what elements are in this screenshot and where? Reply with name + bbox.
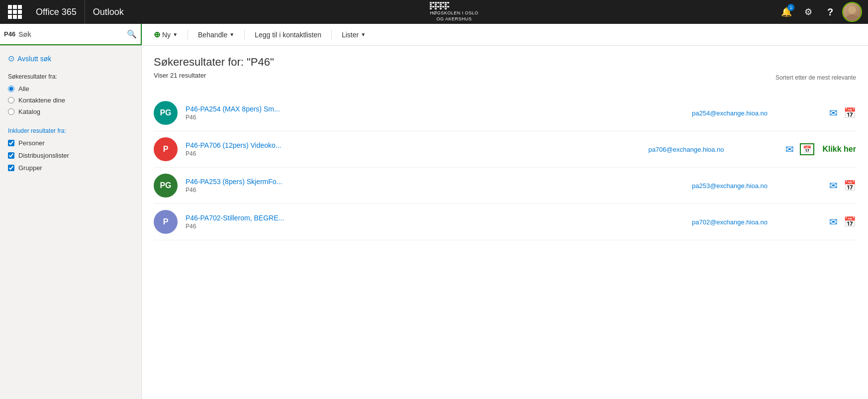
result-sub: P46 xyxy=(186,187,684,194)
result-list: PG P46-PA254 (MAX 8pers) Sm... P46 pa254… xyxy=(154,95,856,240)
search-results-content: Søkeresultater for: "P46" Viser 21 resul… xyxy=(142,46,868,399)
result-name[interactable]: P46-PA254 (MAX 8pers) Sm... xyxy=(186,105,684,113)
sort-label: Sortert etter de mest relevante xyxy=(775,74,856,81)
calendar-icon[interactable]: 📅 xyxy=(844,216,856,228)
main-layout: ⊙ Avslutt søk Søkeresultater fra: Alle K… xyxy=(0,46,868,399)
search-box[interactable]: P46 🔍 xyxy=(0,24,142,45)
result-sub: P46 xyxy=(186,114,684,121)
result-name[interactable]: P46-PA706 (12pers) Videoko... xyxy=(186,141,640,149)
filter-kontaktene-label: Kontaktene dine xyxy=(18,97,65,104)
filter-section-title: Søkeresultater fra: xyxy=(8,73,133,80)
include-personer-label: Personer xyxy=(18,139,45,147)
sidebar: ⊙ Avslutt søk Søkeresultater fra: Alle K… xyxy=(0,46,142,399)
result-name[interactable]: P46-PA253 (8pers) SkjermFo... xyxy=(186,178,684,186)
include-filter-group: Personer Distribusjonslister Grupper xyxy=(8,139,133,172)
avatar: PG xyxy=(154,174,178,198)
source-filter-group: Alle Kontaktene dine Katalog xyxy=(8,85,133,115)
lister-label: Lister xyxy=(342,31,359,39)
gear-icon: ⚙ xyxy=(804,6,812,17)
send-email-icon[interactable]: ✉ xyxy=(829,180,838,192)
klikk-her-label: Klikk her xyxy=(822,145,856,154)
search-input[interactable] xyxy=(18,30,124,38)
top-nav-actions: 🔔 1 ⚙ ? xyxy=(776,2,862,22)
include-distribusjonslister[interactable]: Distribusjonslister xyxy=(8,152,133,159)
university-logo: HØGSKOLEN I OSLO OG AKERSHUS xyxy=(430,2,479,22)
back-arrow-icon: ⊙ xyxy=(8,54,14,63)
result-info: P46-PA702-Stillerom, BEGRE... P46 xyxy=(186,214,684,230)
result-sub: P46 xyxy=(186,150,640,157)
new-button[interactable]: ⊕ Ny ▼ xyxy=(150,24,182,45)
result-info: P46-PA254 (MAX 8pers) Sm... P46 xyxy=(186,105,684,121)
filter-alle[interactable]: Alle xyxy=(8,85,133,93)
waffle-button[interactable] xyxy=(6,3,24,21)
filter-kontaktene[interactable]: Kontaktene dine xyxy=(8,97,133,104)
toolbar: P46 🔍 ⊕ Ny ▼ Behandle ▼ Legg til i konta… xyxy=(0,24,868,46)
result-email[interactable]: pa253@exchange.hioa.no xyxy=(692,182,821,190)
back-to-search-button[interactable]: ⊙ Avslutt søk xyxy=(8,54,133,63)
avatar-initials: PG xyxy=(160,181,171,190)
calendar-icon[interactable]: 📅 xyxy=(844,180,856,192)
avatar: P xyxy=(154,210,178,234)
send-email-icon[interactable]: ✉ xyxy=(829,107,838,119)
new-dropdown-icon[interactable]: ▼ xyxy=(173,32,178,37)
table-row: P P46-PA706 (12pers) Videoko... P46 pa70… xyxy=(154,131,856,168)
include-personer[interactable]: Personer xyxy=(8,139,133,147)
behandle-dropdown-icon[interactable]: ▼ xyxy=(229,32,234,37)
settings-button[interactable]: ⚙ xyxy=(798,2,818,22)
include-grupper-label: Grupper xyxy=(18,164,42,172)
filter-kontaktene-radio[interactable] xyxy=(8,97,14,103)
question-icon: ? xyxy=(827,6,833,18)
result-actions: ✉ 📅 Klikk her xyxy=(785,143,856,155)
office-365-link[interactable]: Office 365 xyxy=(28,0,85,24)
calendar-icon[interactable]: 📅 xyxy=(844,107,856,119)
avatar-initials: P xyxy=(163,217,169,226)
avatar-initials: P xyxy=(163,145,169,154)
send-email-icon[interactable]: ✉ xyxy=(829,216,838,228)
search-results-title: Søkeresultater for: "P46" xyxy=(154,56,856,69)
filter-alle-radio[interactable] xyxy=(8,86,14,92)
logo-line1: HØGSKOLEN I OSLO xyxy=(430,10,479,16)
include-distribusjonslister-label: Distribusjonslister xyxy=(18,152,69,159)
result-actions: ✉ 📅 xyxy=(829,107,856,119)
include-distribusjonslister-checkbox[interactable] xyxy=(8,152,14,159)
avatar-initials: PG xyxy=(160,108,171,117)
outlook-link[interactable]: Outlook xyxy=(85,0,132,24)
filter-alle-label: Alle xyxy=(18,85,29,93)
behandle-button[interactable]: Behandle ▼ xyxy=(194,24,238,45)
lister-dropdown-icon[interactable]: ▼ xyxy=(361,32,366,37)
avatar: PG xyxy=(154,101,178,125)
result-name[interactable]: P46-PA702-Stillerom, BEGRE... xyxy=(186,214,684,222)
back-label: Avslutt søk xyxy=(17,55,51,63)
notification-button[interactable]: 🔔 1 xyxy=(776,2,796,22)
result-info: P46-PA253 (8pers) SkjermFo... P46 xyxy=(186,178,684,194)
include-grupper[interactable]: Grupper xyxy=(8,164,133,172)
send-email-icon[interactable]: ✉ xyxy=(785,143,794,155)
table-row: PG P46-PA254 (MAX 8pers) Sm... P46 pa254… xyxy=(154,95,856,131)
search-icon[interactable]: 🔍 xyxy=(127,29,137,39)
filter-katalog-label: Katalog xyxy=(18,108,40,115)
search-query-text: P46 xyxy=(4,30,15,38)
include-grupper-checkbox[interactable] xyxy=(8,165,14,171)
logo-line2: OG AKERSHUS xyxy=(430,16,479,22)
filter-katalog[interactable]: Katalog xyxy=(8,108,133,115)
legg-til-button[interactable]: Legg til i kontaktlisten xyxy=(251,24,325,45)
toolbar-actions: ⊕ Ny ▼ Behandle ▼ Legg til i kontaktlist… xyxy=(142,24,378,45)
result-sub: P46 xyxy=(186,223,684,230)
calendar-highlighted-icon[interactable]: 📅 xyxy=(800,143,814,155)
avatar: P xyxy=(154,137,178,161)
result-actions: ✉ 📅 xyxy=(829,180,856,192)
behandle-label: Behandle xyxy=(198,31,227,39)
filter-katalog-radio[interactable] xyxy=(8,108,14,115)
notification-badge: 1 xyxy=(787,4,794,11)
help-button[interactable]: ? xyxy=(820,2,840,22)
table-row: PG P46-PA253 (8pers) SkjermFo... P46 pa2… xyxy=(154,168,856,204)
top-nav: Office 365 Outlook xyxy=(0,0,868,24)
result-email[interactable]: pa702@exchange.hioa.no xyxy=(692,218,821,226)
logo-center: HØGSKOLEN I OSLO OG AKERSHUS xyxy=(132,2,776,22)
include-personer-checkbox[interactable] xyxy=(8,140,14,146)
user-avatar[interactable] xyxy=(842,2,862,22)
result-email[interactable]: pa706@exchange.hioa.no xyxy=(648,146,777,153)
result-actions: ✉ 📅 xyxy=(829,216,856,228)
lister-button[interactable]: Lister ▼ xyxy=(338,24,370,45)
result-email[interactable]: pa254@exchange.hioa.no xyxy=(692,109,821,117)
